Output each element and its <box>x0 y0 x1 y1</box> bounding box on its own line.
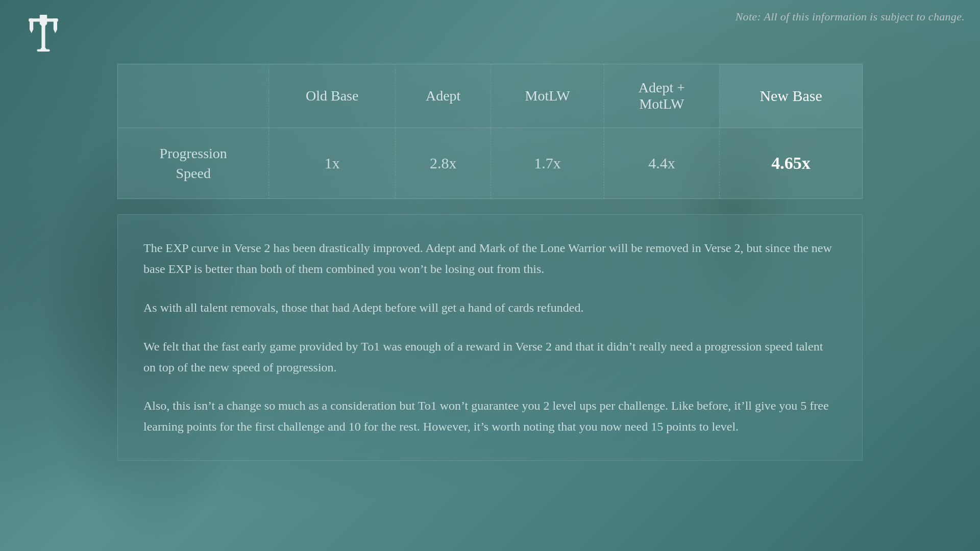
table-header-row: Old Base Adept MotLW Adept + MotLW New B… <box>118 64 862 128</box>
description-paragraph-4: Also, this isn’t a change so much as a c… <box>143 395 837 437</box>
description-box: The EXP curve in Verse 2 has been drasti… <box>117 214 863 461</box>
description-paragraph-2: As with all talent removals, those that … <box>143 297 837 318</box>
cell-adept: 2.8x <box>395 128 491 199</box>
cell-old-base: 1x <box>269 128 395 199</box>
progression-table: Old Base Adept MotLW Adept + MotLW New B… <box>118 64 862 198</box>
col-header-new-base: New Base <box>720 64 862 128</box>
content-wrapper: Old Base Adept MotLW Adept + MotLW New B… <box>0 0 980 551</box>
cell-new-base: 4.65x <box>720 128 862 199</box>
row-label: Progression Speed <box>118 128 269 199</box>
col-header-label <box>118 64 269 128</box>
data-table-container: Old Base Adept MotLW Adept + MotLW New B… <box>117 64 863 199</box>
col-header-motlw: MotLW <box>491 64 604 128</box>
col-header-adept: Adept <box>395 64 491 128</box>
table-row: Progression Speed 1x 2.8x 1.7x 4.4x 4.65… <box>118 128 862 199</box>
cell-adept-motlw: 4.4x <box>604 128 720 199</box>
description-paragraph-3: We felt that the fast early game provide… <box>143 336 837 378</box>
col-header-old-base: Old Base <box>269 64 395 128</box>
cell-motlw: 1.7x <box>491 128 604 199</box>
description-paragraph-1: The EXP curve in Verse 2 has been drasti… <box>143 238 837 280</box>
col-header-adept-motlw: Adept + MotLW <box>604 64 720 128</box>
